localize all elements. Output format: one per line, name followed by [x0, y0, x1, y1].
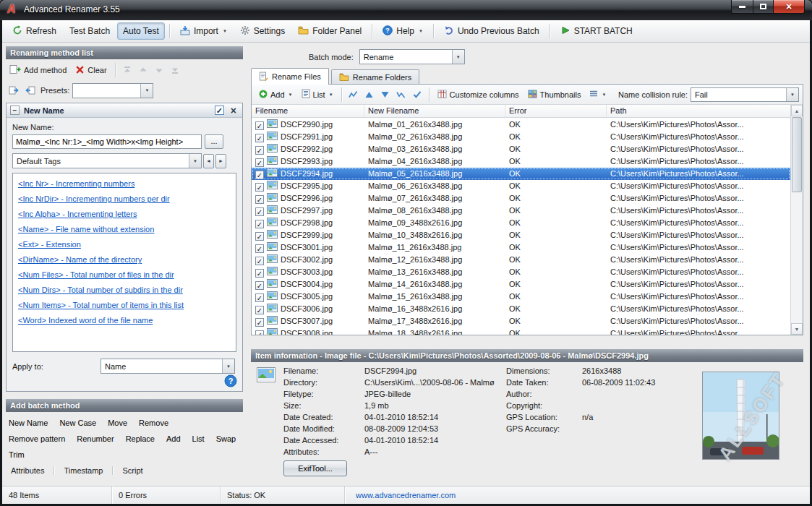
table-row[interactable]: ✓DSCF2995.jpgMalmø_06_2616x3488.jpgOKC:\… — [252, 180, 790, 192]
column-header-error[interactable]: Error — [505, 105, 607, 117]
row-checkbox[interactable]: ✓ — [255, 269, 264, 278]
table-row[interactable]: ✓DSCF3005.jpgMalmø_15_2616x3488.jpgOKC:\… — [252, 291, 790, 303]
tag-link[interactable]: <DirName> - Name of the directory — [18, 252, 231, 267]
batch-method-add[interactable]: Add — [166, 434, 181, 443]
table-row[interactable]: ✓DSCF3002.jpgMalmø_12_2616x3488.jpgOKC:\… — [252, 254, 790, 266]
batch-method-remove[interactable]: Remove — [139, 419, 168, 427]
tab-rename-folders[interactable]: Rename Folders — [331, 69, 419, 85]
method-enabled-checkbox[interactable]: ✓ — [215, 106, 224, 115]
move-item-down-icon[interactable] — [378, 87, 393, 102]
presets-select[interactable]: ▼ — [72, 83, 153, 98]
tag-link[interactable]: <Name> - File name without extension — [18, 222, 231, 237]
move-method-up-icon[interactable] — [136, 63, 150, 77]
website-link[interactable]: www.advancedrenamer.com — [356, 491, 456, 499]
table-row[interactable]: ✓DSCF2991.jpgMalmø_02_2616x3488.jpgOKC:\… — [252, 131, 790, 143]
row-checkbox[interactable]: ✓ — [255, 121, 264, 130]
scrollbar-thumb[interactable] — [792, 117, 802, 192]
sort-icon[interactable] — [346, 87, 361, 102]
row-checkbox[interactable]: ✓ — [255, 232, 264, 241]
row-checkbox[interactable]: ✓ — [255, 183, 264, 192]
batch-method-move[interactable]: Move — [108, 419, 127, 427]
row-checkbox[interactable]: ✓ — [255, 330, 264, 335]
row-checkbox[interactable]: ✓ — [255, 293, 264, 302]
batch-method-remove-pattern[interactable]: Remove pattern — [9, 434, 65, 443]
row-checkbox[interactable]: ✓ — [255, 195, 264, 204]
import-button[interactable]: Import ▼ — [174, 22, 233, 41]
list-button[interactable]: List ▼ — [298, 87, 337, 102]
tag-prev-icon[interactable]: ◄ — [203, 154, 214, 168]
browse-button[interactable]: ... — [205, 134, 223, 149]
tag-link[interactable]: <Num Dirs> - Total number of subdirs in … — [18, 283, 231, 298]
table-row[interactable]: ✓DSCF3004.jpgMalmø_14_2616x3488.jpgOKC:\… — [252, 278, 790, 291]
tag-next-icon[interactable]: ► — [215, 154, 226, 168]
move-method-bottom-icon[interactable] — [168, 63, 182, 77]
thumbnails-button[interactable]: Thumbnails — [524, 87, 585, 102]
table-row[interactable]: ✓DSCF2993.jpgMalmø_04_2616x3488.jpgOKC:\… — [252, 155, 790, 168]
exiftool-button[interactable]: ExifTool... — [283, 460, 347, 476]
batch-method-replace[interactable]: Replace — [126, 434, 155, 443]
table-row[interactable]: ✓DSCF2997.jpgMalmø_08_2616x3488.jpgOKC:\… — [252, 205, 790, 217]
tag-link[interactable]: <Ext> - Extension — [18, 237, 231, 252]
settings-button[interactable]: Settings — [234, 22, 291, 41]
table-row[interactable]: ✓DSCF3008.jpgMalmø_18_3488x2616.jpgOKC:\… — [252, 327, 790, 335]
row-checkbox[interactable]: ✓ — [255, 158, 264, 167]
row-checkbox[interactable]: ✓ — [255, 134, 264, 142]
name-collision-select[interactable]: Fail ▼ — [691, 87, 799, 102]
row-checkbox[interactable]: ✓ — [255, 257, 264, 265]
row-checkbox[interactable]: ✓ — [255, 171, 264, 179]
help-button[interactable]: ? Help ▼ — [377, 22, 429, 41]
tag-category-select[interactable]: Default Tags ▼ — [12, 153, 202, 168]
add-method-button[interactable]: Add method — [6, 62, 70, 78]
new-name-input[interactable] — [12, 134, 202, 149]
method-close-icon[interactable]: × — [228, 105, 239, 116]
shuffle-icon[interactable] — [394, 87, 409, 102]
table-row[interactable]: ✓DSCF3003.jpgMalmø_13_2616x3488.jpgOKC:\… — [252, 266, 790, 278]
collapse-icon[interactable]: − — [10, 106, 20, 115]
column-header-path[interactable]: Path — [607, 105, 803, 117]
table-row[interactable]: ✓DSCF3006.jpgMalmø_16_3488x2616.jpgOKC:\… — [252, 303, 790, 315]
save-preset-icon[interactable] — [23, 83, 38, 98]
folder-panel-button[interactable]: Folder Panel — [292, 22, 367, 40]
table-row[interactable]: ✓DSCF2996.jpgMalmø_07_2616x3488.jpgOKC:\… — [252, 192, 790, 205]
batch-method-swap[interactable]: Swap — [216, 434, 236, 443]
vertical-scrollbar[interactable]: ▲ ▼ — [790, 105, 803, 335]
minimize-button[interactable] — [731, 0, 753, 14]
column-header-new-filename[interactable]: New Filename — [364, 105, 505, 117]
check-items-icon[interactable] — [410, 87, 424, 102]
row-checkbox[interactable]: ✓ — [255, 207, 264, 216]
close-button[interactable]: × — [773, 0, 805, 14]
move-item-up-icon[interactable] — [362, 87, 377, 102]
batch-mode-select[interactable]: Rename ▼ — [359, 49, 465, 64]
view-mode-button[interactable]: ▼ — [586, 87, 610, 101]
row-checkbox[interactable]: ✓ — [255, 281, 264, 290]
undo-batch-button[interactable]: Undo Previous Batch — [438, 22, 545, 41]
tab-rename-files[interactable]: Rename Files — [251, 68, 329, 85]
add-files-button[interactable]: Add ▼ — [255, 87, 296, 102]
apply-to-select[interactable]: Name ▼ — [101, 359, 235, 374]
table-row[interactable]: ✓DSCF2992.jpgMalmø_03_2616x3488.jpgOKC:\… — [252, 143, 790, 155]
table-row[interactable]: ✓DSCF2994.jpgMalmø_05_2616x3488.jpgOKC:\… — [252, 168, 790, 180]
auto-test-button[interactable]: Auto Test — [117, 22, 165, 40]
table-row[interactable]: ✓DSCF2999.jpgMalmø_10_3488x2616.jpgOKC:\… — [252, 229, 790, 241]
batch-method-trim[interactable]: Trim — [9, 450, 25, 459]
row-checkbox[interactable]: ✓ — [255, 318, 264, 327]
row-checkbox[interactable]: ✓ — [255, 146, 264, 155]
test-batch-button[interactable]: Test Batch — [64, 22, 116, 40]
table-row[interactable]: ✓DSCF3007.jpgMalmø_17_3488x2616.jpgOKC:\… — [252, 315, 790, 327]
move-method-top-icon[interactable] — [120, 63, 134, 77]
batch-method-new-name[interactable]: New Name — [9, 419, 48, 427]
refresh-button[interactable]: Refresh — [7, 22, 62, 41]
clear-methods-button[interactable]: Clear — [72, 63, 110, 78]
tag-link[interactable]: <Inc NrDir> - Incrementing numbers per d… — [18, 192, 231, 207]
batch-method-tab-attributes[interactable]: Attributes — [9, 466, 54, 475]
tag-link[interactable]: <Num Items> - Total number of items in t… — [18, 298, 231, 313]
maximize-button[interactable] — [753, 0, 773, 14]
tag-link[interactable]: <Num Files> - Total number of files in t… — [18, 267, 231, 283]
tag-link[interactable]: <Word> Indexed word of the file name — [18, 313, 231, 328]
batch-method-renumber[interactable]: Renumber — [77, 434, 114, 443]
scroll-down-icon[interactable]: ▼ — [791, 323, 803, 335]
tag-link[interactable]: <Inc Nr> - Incrementing numbers — [18, 176, 231, 192]
scroll-up-icon[interactable]: ▲ — [791, 105, 803, 116]
row-checkbox[interactable]: ✓ — [255, 244, 264, 253]
batch-method-tab-timestamp[interactable]: Timestamp — [54, 466, 113, 475]
